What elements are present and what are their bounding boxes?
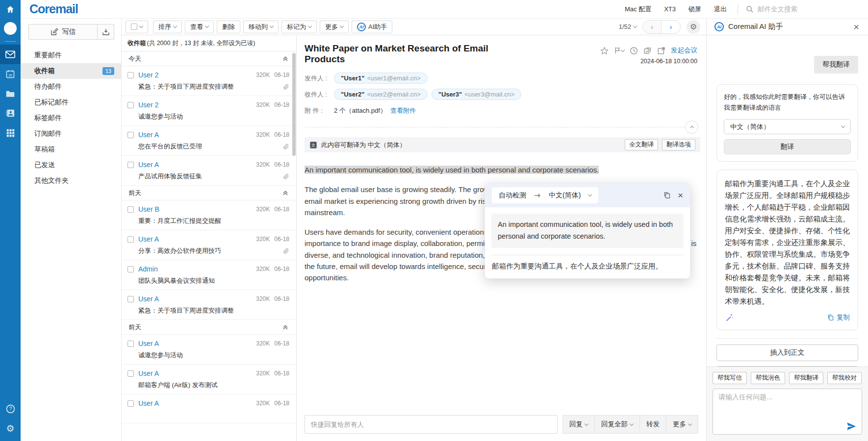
toolbar-button-移动到[interactable]: 移动到 [243,21,279,33]
open-new-window-icon[interactable] [657,47,665,55]
compose-button[interactable]: 写信 [28,24,98,40]
address-pill[interactable]: "User1"<user1@email.cn> [334,73,428,84]
copy-icon[interactable] [664,192,671,199]
mail-checkbox[interactable] [128,370,134,377]
rail-contacts-icon[interactable] [0,103,21,123]
reply-button-回复全部[interactable]: 回复全部 [595,416,639,433]
sidebar-folder-item[interactable]: 订阅邮件 [21,126,121,142]
toolbar-button-排序[interactable]: 排序 [153,21,182,33]
flag-icon[interactable] [614,47,624,54]
remind-clock-icon[interactable] [630,47,638,55]
sidebar-folder-item[interactable]: 标签邮件 [21,110,121,126]
rail-apps-grid-icon[interactable] [0,123,21,143]
star-icon[interactable] [600,47,609,55]
source-language[interactable]: 自动检测 [499,191,526,200]
toolbar-button-AI助手[interactable]: AIAI助手 [352,21,392,33]
home-icon[interactable] [0,0,21,19]
mail-list-item[interactable]: User A320K06-18紧急：关于项目下周进度安排调整 [122,290,296,320]
mail-checkbox[interactable] [128,206,134,213]
language-selector[interactable]: 自动检测 中文(简体) [492,187,598,203]
sidebar-folder-item[interactable]: 草稿箱 [21,142,121,157]
collapse-group-icon[interactable] [282,56,288,62]
toolbar-button-查看[interactable]: 查看 [185,21,214,33]
mail-checkbox[interactable] [128,72,134,78]
list-settings-gear-icon[interactable]: ⚙ [687,20,700,34]
list-scrollbar[interactable] [292,53,296,156]
avatar[interactable] [0,19,21,38]
toolbar-button-更多[interactable]: 更多 [320,21,349,33]
mail-list-item[interactable]: User 2320K06-18诚邀您参与活动 [122,96,296,126]
next-page-button[interactable]: › [662,21,680,33]
mail-list-item[interactable]: User A320K06-18诚邀您参与活动 [122,335,296,365]
target-language[interactable]: 中文(简体) [549,191,581,200]
topbar-link-3[interactable]: 退出 [714,5,727,14]
address-pill[interactable]: "User3"<user3@mail.cn> [432,89,522,100]
ai-translate-button[interactable]: 翻译 [724,139,851,154]
topbar-link-1[interactable]: XT3 [664,5,676,13]
insert-to-body-button[interactable]: 插入到正文 [716,344,858,361]
reply-button-更多[interactable]: 更多 [666,416,698,433]
collapse-group-icon[interactable] [282,324,288,330]
sidebar-folder-item[interactable]: 已标记邮件 [21,95,121,110]
mail-list-item[interactable]: User B320K06-18重要：月度工作汇报提交提醒 [122,200,296,230]
mail-checkbox[interactable] [128,102,134,108]
mail-checkbox[interactable] [128,341,134,347]
reply-button-回复[interactable]: 回复 [563,416,594,433]
mail-list-item[interactable]: User A320K06-18分享：高效办公软件使用技巧 [122,230,296,260]
mail-list-item[interactable]: User 2320K06-18紧急：关于项目下周进度安排调整 [122,66,296,96]
translate-options-button[interactable]: 翻译选项 [662,139,695,150]
mail-checkbox[interactable] [128,296,134,302]
translate-all-button[interactable]: 全文翻译 [625,139,658,150]
sidebar-folder-item[interactable]: 已发送 [21,157,121,173]
prev-page-button[interactable]: ‹ [643,21,662,33]
close-icon[interactable]: × [849,22,863,32]
mail-checkbox[interactable] [128,132,134,138]
reply-button-转发[interactable]: 转发 [640,416,666,433]
quick-action-chip[interactable]: 帮我润色 [751,372,785,384]
mail-list-item[interactable]: User A320K06-18产品试用体验反馈征集 [122,156,296,186]
send-icon[interactable] [846,421,857,432]
selected-sentence[interactable]: An important communication tool, is wide… [305,166,599,174]
mailbox-summary-stats[interactable]: (共 2000 封，13 封 未读, 全部设为已读) [147,39,255,48]
mail-group-header[interactable]: 今天 [122,51,296,66]
receive-mail-button[interactable] [98,24,114,40]
quick-reply-input[interactable] [305,415,558,434]
rail-calendar-icon[interactable]: 30 [0,64,21,84]
rail-folder-icon[interactable] [0,84,21,103]
search-input[interactable] [758,5,821,13]
quick-action-chip[interactable]: 帮我写信 [713,372,747,384]
copy-result-link[interactable]: 复制 [827,313,850,322]
mail-checkbox[interactable] [128,236,134,243]
close-icon[interactable]: × [678,191,683,200]
topbar-link-0[interactable]: Mac 配置 [625,5,651,14]
view-attachments-link[interactable]: 查看附件 [390,106,416,115]
mail-group-header[interactable]: 前天 [122,320,296,335]
sidebar-folder-item[interactable]: 重要邮件 [21,48,121,63]
collapse-header-button[interactable] [685,121,698,134]
mail-checkbox[interactable] [128,266,134,272]
ai-question-input[interactable] [713,389,862,435]
address-pill[interactable]: "User2"<user2@email.cn> [334,89,428,100]
mail-list-item[interactable]: User A320K06-18邮箱客户端 (Air版) 发布测试 [122,365,296,394]
mail-list-item[interactable]: Admin320K06-18团队头脑风暴会议安排通知 [122,260,296,290]
toolbar-button-标记为[interactable]: 标记为 [281,21,317,33]
magic-wand-icon[interactable] [725,313,734,322]
toolbar-button-删除[interactable]: 删除 [217,21,240,33]
collapse-group-icon[interactable] [282,190,288,196]
quick-action-chip[interactable]: 帮我翻译 [789,372,823,384]
help-icon[interactable]: ? [0,399,21,418]
sidebar-folder-item[interactable]: 收件箱13 [21,63,121,79]
topbar-link-2[interactable]: 锁屏 [689,5,701,14]
select-all-dropdown[interactable] [126,21,148,33]
mail-group-header[interactable]: 前天 [122,186,296,200]
quick-action-chip[interactable]: 帮我校对 [827,372,862,384]
rail-mail-icon[interactable] [0,45,21,64]
mail-checkbox[interactable] [128,400,134,407]
start-meeting-link[interactable]: 发起会议 [671,46,697,55]
mail-trace-icon[interactable] [643,47,652,55]
sidebar-folder-item[interactable]: 其他文件夹 [21,173,121,189]
language-select[interactable]: 中文（简体） [724,119,851,134]
sidebar-folder-item[interactable]: 待办邮件 [21,79,121,95]
mail-list-item[interactable]: User A320K06-18 [122,394,296,423]
mail-list-item[interactable]: User A320K06-18您在平台的反馈已受理 [122,126,296,156]
